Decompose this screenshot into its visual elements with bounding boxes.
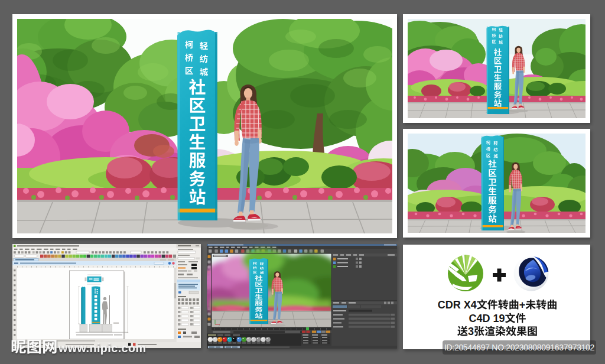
svg-text:+: +	[519, 299, 526, 311]
svg-text:3: 3	[468, 326, 474, 337]
svg-text:CDR X4: CDR X4	[438, 299, 477, 311]
svg-text:C4D 19: C4D 19	[469, 313, 505, 324]
svg-text:www.nipic.com: www.nipic.com	[58, 342, 146, 355]
